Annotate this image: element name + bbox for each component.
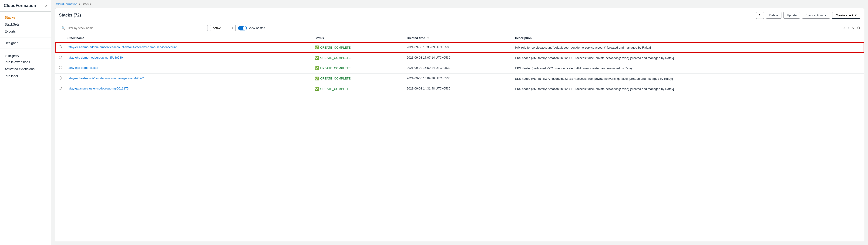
pagination-next-button[interactable]: > [851,26,856,30]
row-created-time-cell: 2021-09-08 18:35:09 UTC+0530 [403,42,512,53]
status-filter-select[interactable]: Active Deleted All [210,25,236,31]
stack-name-link[interactable]: rafay-eks-demo-nodegroup-ng-35d3e980 [67,56,123,59]
sidebar-item-designer[interactable]: Designer [5,41,46,45]
registry-chevron: ▼ [5,55,7,58]
main-content: CloudFormation > Stacks Stacks (72) ↻ De… [51,0,868,245]
app-logo: CloudFormation [4,3,36,8]
row-select-radio[interactable] [59,66,62,69]
sidebar-nav: Stacks StackSets Exports [0,12,51,37]
pagination-prev-button[interactable]: < [842,26,846,30]
stack-name-link[interactable]: rafay-eks-demo-addon-iamserviceaccount-d… [67,45,177,49]
row-radio-cell [55,63,64,74]
delete-button[interactable]: Delete [766,12,782,19]
create-stack-button[interactable]: Create stack ▾ [832,12,860,19]
page-title: Stacks (72) [59,13,81,18]
row-select-radio[interactable] [59,87,62,90]
table-row: rafay-mukesh-eks2-1-nodegroup-unmanaged-… [55,73,864,84]
row-stack-name-cell: rafay-mukesh-eks2-1-nodegroup-unmanaged-… [64,73,311,84]
breadcrumb-current-page: Stacks [82,2,91,6]
pagination-current-page: 1 [848,26,849,30]
status-badge: ✅ UPDATE_COMPLETE [315,66,351,70]
col-stack-name: Stack name [64,34,311,42]
row-created-time-cell: 2021-09-08 16:09:38 UTC+0530 [403,73,512,84]
status-badge: ✅ CREATE_COMPLETE [315,56,351,60]
sidebar-item-stacks[interactable]: Stacks [0,14,51,21]
search-input[interactable] [67,26,205,30]
sidebar-item-public-extensions[interactable]: Public extensions [0,59,51,66]
table-settings-icon[interactable]: ⚙ [857,26,860,30]
row-radio-cell [55,84,64,94]
pagination: < 1 > ⚙ [842,26,860,30]
col-description: Description [511,34,864,42]
sidebar-header: CloudFormation × [0,0,51,12]
row-select-radio[interactable] [59,56,62,59]
row-created-time-cell: 2021-09-08 16:50:24 UTC+0530 [403,63,512,74]
sidebar-close-button[interactable]: × [45,4,47,8]
status-icon: ✅ [315,87,319,91]
row-status-cell: ✅ CREATE_COMPLETE [311,53,403,63]
sort-icon: ▼ [427,37,429,39]
stack-name-link[interactable]: rafay-mukesh-eks2-1-nodegroup-unmanaged-… [67,76,144,80]
timestamp: 2021-09-08 17:07:14 UTC+0530 [407,56,451,59]
timestamp: 2021-09-08 18:35:09 UTC+0530 [407,45,451,49]
sidebar-registry-title: ▼ Registry [0,51,51,59]
update-button[interactable]: Update [783,12,800,19]
row-select-radio[interactable] [59,45,62,48]
stack-actions-arrow: ▾ [825,13,827,17]
row-radio-cell [55,73,64,84]
view-nested-label: View nested [249,26,265,30]
row-select-radio[interactable] [59,76,62,79]
table-row: rafay-gajanan-cluster-nodegroup-ng-00111… [55,84,864,94]
stack-actions-button[interactable]: Stack actions ▾ [802,12,830,19]
status-icon: ✅ [315,56,319,60]
table-row: rafay-eks-demo-nodegroup-ng-35d3e980✅ CR… [55,53,864,63]
stacks-table: Stack name Status Created time ▼ Descrip… [55,34,864,94]
refresh-button[interactable]: ↻ [756,12,764,19]
row-stack-name-cell: rafay-eks-demo-cluster [64,63,311,74]
status-icon: ✅ [315,76,319,81]
row-created-time-cell: 2021-09-08 14:31:48 UTC+0530 [403,84,512,94]
row-description-cell: EKS nodes (AMI family: AmazonLinux2, SSH… [511,84,864,94]
sidebar-item-exports[interactable]: Exports [0,28,51,35]
search-container: 🔍 [59,25,208,31]
status-filter-wrapper: Active Deleted All ▾ [210,25,236,31]
row-description-cell: EKS nodes (AMI family: AmazonLinux2, SSH… [511,73,864,84]
row-stack-name-cell: rafay-gajanan-cluster-nodegroup-ng-00111… [64,84,311,94]
create-stack-arrow: ▾ [855,13,857,17]
table-row: rafay-eks-demo-addon-iamserviceaccount-d… [55,42,864,53]
create-stack-label: Create stack [836,13,854,17]
row-created-time-cell: 2021-09-08 17:07:14 UTC+0530 [403,53,512,63]
row-radio-cell [55,42,64,53]
row-status-cell: ✅ CREATE_COMPLETE [311,84,403,94]
description-text: EKS cluster (dedicated VPC: true, dedica… [515,67,633,70]
stack-name-link[interactable]: rafay-gajanan-cluster-nodegroup-ng-00111… [67,87,128,90]
status-badge: ✅ CREATE_COMPLETE [315,76,351,81]
timestamp: 2021-09-08 16:09:38 UTC+0530 [407,76,451,80]
col-status: Status [311,34,403,42]
table-header-row: Stack name Status Created time ▼ Descrip… [55,34,864,42]
row-status-cell: ✅ CREATE_COMPLETE [311,73,403,84]
breadcrumb-cloudformation-link[interactable]: CloudFormation [56,2,78,6]
sidebar-item-activated-extensions[interactable]: Activated extensions [0,66,51,72]
content-card: Stacks (72) ↻ Delete Update Stack action… [55,8,864,241]
status-badge: ✅ CREATE_COMPLETE [315,87,351,91]
stack-name-link[interactable]: rafay-eks-demo-cluster [67,66,98,70]
view-nested-toggle-switch[interactable] [238,26,247,30]
description-text: IAM role for serviceaccount "default-vee… [515,46,651,49]
col-created-time[interactable]: Created time ▼ [403,34,512,42]
sidebar-item-stacksets[interactable]: StackSets [0,21,51,28]
description-text: EKS nodes (AMI family: AmazonLinux2, SSH… [515,87,674,91]
description-text: EKS nodes (AMI family: AmazonLinux2, SSH… [515,77,673,80]
row-status-cell: ✅ UPDATE_COMPLETE [311,63,403,74]
toolbar-actions: ↻ Delete Update Stack actions ▾ Create s… [756,12,860,19]
toolbar: Stacks (72) ↻ Delete Update Stack action… [55,8,864,22]
sidebar: CloudFormation × Stacks StackSets Export… [0,0,51,245]
view-nested-toggle-container: View nested [238,26,265,30]
row-description-cell: EKS cluster (dedicated VPC: true, dedica… [511,63,864,74]
status-badge: ✅ CREATE_COMPLETE [315,45,351,49]
stacks-table-container: Stack name Status Created time ▼ Descrip… [55,34,864,241]
row-stack-name-cell: rafay-eks-demo-nodegroup-ng-35d3e980 [64,53,311,63]
sidebar-item-publisher[interactable]: Publisher [0,72,51,79]
search-icon: 🔍 [61,26,65,30]
row-stack-name-cell: rafay-eks-demo-addon-iamserviceaccount-d… [64,42,311,53]
